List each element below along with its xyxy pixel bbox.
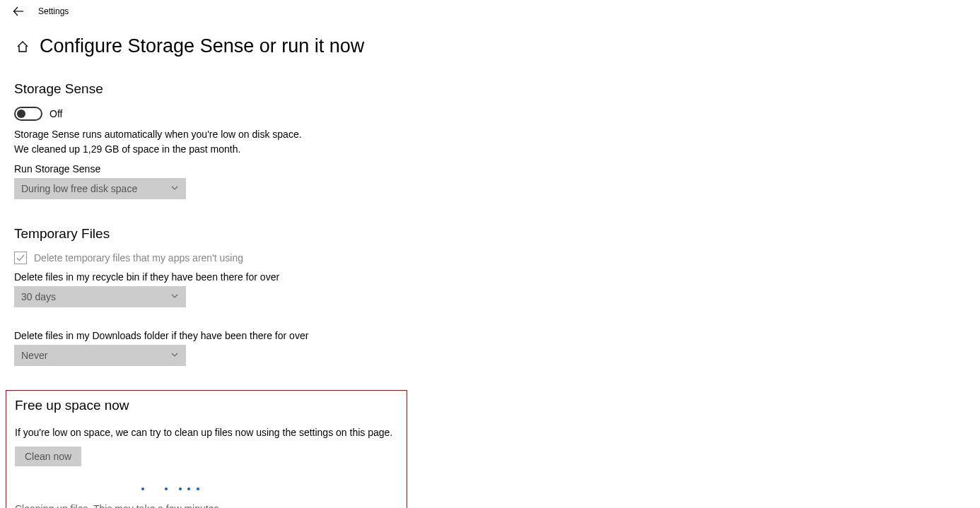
recycle-bin-dropdown[interactable]: 30 days [14,286,186,307]
clean-now-button[interactable]: Clean now [15,447,81,466]
run-storage-sense-dropdown[interactable]: During low free disk space [14,178,186,199]
chevron-down-icon [170,183,179,194]
storage-sense-toggle[interactable] [14,107,42,121]
storage-sense-desc-1: Storage Sense runs automatically when yo… [14,128,438,141]
run-storage-sense-label: Run Storage Sense [14,163,438,175]
run-storage-sense-value: During low free disk space [21,183,137,194]
downloads-label: Delete files in my Downloads folder if t… [14,330,438,341]
temporary-files-heading: Temporary Files [14,226,438,242]
toggle-knob-icon [17,110,25,118]
downloads-dropdown[interactable]: Never [14,345,186,366]
storage-sense-toggle-label: Off [49,108,62,119]
delete-temp-checkbox-row: Delete temporary files that my apps aren… [14,252,438,264]
page-header: Configure Storage Sense or run it now [0,23,980,61]
chevron-down-icon [170,350,179,361]
app-title: Settings [38,6,69,16]
delete-temp-checkbox-label: Delete temporary files that my apps aren… [34,252,243,264]
home-icon[interactable] [14,38,31,55]
cleaning-status: Cleaning up files. This may take a few m… [15,503,407,508]
free-up-desc: If you're low on space, we can try to cl… [15,426,407,439]
recycle-bin-value: 30 days [21,291,56,302]
chevron-down-icon [170,291,179,302]
free-up-heading: Free up space now [15,398,407,413]
delete-temp-checkbox[interactable] [14,252,27,264]
storage-sense-heading: Storage Sense [14,81,438,97]
page-title: Configure Storage Sense or run it now [40,35,364,57]
content: Storage Sense Off Storage Sense runs aut… [0,61,438,508]
free-up-space-box: Free up space now If you're low on space… [6,390,407,508]
back-arrow-icon[interactable] [8,4,28,18]
recycle-bin-label: Delete files in my recycle bin if they h… [14,271,438,283]
storage-sense-desc-2: We cleaned up 1,29 GB of space in the pa… [14,143,438,156]
titlebar: Settings [0,0,980,23]
downloads-value: Never [21,350,47,361]
progress-dots-icon [15,480,326,493]
storage-sense-toggle-row: Off [14,107,438,121]
